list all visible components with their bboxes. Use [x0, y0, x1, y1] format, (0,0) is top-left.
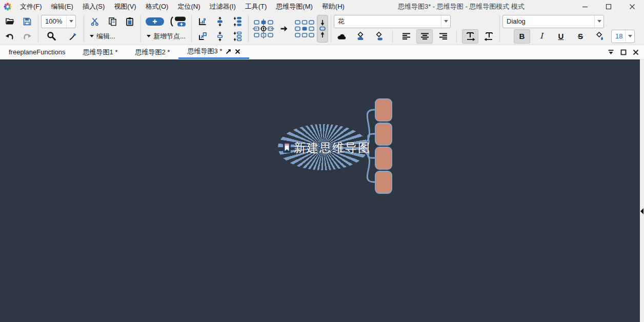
- close-tab-icon[interactable]: [235, 49, 240, 54]
- italic-button[interactable]: I: [533, 29, 550, 44]
- menu-mindmap[interactable]: 思维导图(M): [271, 1, 317, 13]
- align-center-icon: [420, 32, 429, 41]
- menu-edit[interactable]: 编辑(E): [47, 1, 78, 13]
- cloud-icon: [337, 33, 347, 40]
- text-direction-rtl-button[interactable]: [480, 29, 497, 44]
- transform-arrow-icon: [276, 22, 292, 36]
- shrink-node-space-button[interactable]: [212, 29, 228, 44]
- menu-view[interactable]: 视图(V): [109, 1, 140, 13]
- shrink-siblings-space-icon: [233, 31, 242, 42]
- child-node[interactable]: [375, 171, 392, 194]
- main-toolbar: 100%: [0, 13, 644, 45]
- edge-lines: [0, 59, 644, 322]
- save-map-button[interactable]: [19, 14, 35, 29]
- map-canvas[interactable]: 新建思维导图: [0, 59, 644, 322]
- chart-corner-icon: [198, 17, 207, 26]
- menu-insert[interactable]: 插入(S): [78, 1, 109, 13]
- grow-siblings-space-button[interactable]: [229, 14, 246, 29]
- underline-button[interactable]: U: [553, 29, 569, 44]
- edit-dropdown-button[interactable]: 编辑...: [87, 30, 118, 43]
- cloud-button[interactable]: [334, 29, 350, 44]
- tab-mindmap1[interactable]: 思维导图1 *: [74, 45, 127, 59]
- grow-siblings-space-icon: [233, 16, 242, 27]
- menu-tools[interactable]: 工具(T): [240, 1, 272, 13]
- freeplane-logo-icon: [3, 2, 12, 11]
- side-panel-toggle[interactable]: [640, 207, 644, 215]
- show-branches-button[interactable]: [194, 14, 211, 29]
- minimize-icon: [582, 4, 588, 10]
- window-minimize-button[interactable]: [573, 0, 597, 13]
- shrink-siblings-space-button[interactable]: [229, 29, 246, 44]
- open-map-button[interactable]: [2, 14, 18, 29]
- undo-button[interactable]: [2, 29, 18, 44]
- redo-button[interactable]: [19, 29, 35, 44]
- folder-open-icon: [5, 17, 15, 26]
- chevron-down-icon: [441, 15, 450, 28]
- search-button[interactable]: [43, 29, 59, 44]
- frame-maximize-button[interactable]: [620, 49, 627, 57]
- window-title: 思维导图3* - 思维导图 - 思维导图模式 模式: [349, 2, 573, 11]
- grow-node-space-button[interactable]: [212, 14, 228, 29]
- strikethrough-button[interactable]: S: [572, 29, 589, 44]
- child-node[interactable]: [375, 123, 392, 146]
- menu-format[interactable]: 格式(O): [141, 1, 173, 13]
- align-left-icon: [402, 32, 411, 41]
- copy-button[interactable]: [104, 14, 120, 29]
- chevron-down-icon: [66, 15, 75, 28]
- zoom-combobox[interactable]: 100%: [41, 15, 76, 28]
- frame-close-button[interactable]: [633, 49, 639, 57]
- italic-icon: I: [540, 32, 543, 40]
- child-node[interactable]: [375, 147, 392, 170]
- detach-tab-icon[interactable]: [226, 49, 231, 54]
- menu-bar: 文件(F) 编辑(E) 插入(S) 视图(V) 格式(O) 定位(N) 过滤器(…: [0, 0, 644, 13]
- align-center-button[interactable]: [416, 29, 433, 44]
- add-child-node-button[interactable]: [144, 14, 166, 29]
- toolbar-separator: [331, 15, 331, 42]
- window-close-button[interactable]: [620, 0, 644, 13]
- window-maximize-button[interactable]: [597, 0, 620, 13]
- save-icon: [23, 17, 32, 26]
- menu-filter[interactable]: 过滤器(I): [205, 1, 240, 13]
- chevron-down-icon: [625, 30, 634, 43]
- frame-iconify-button[interactable]: [608, 49, 614, 57]
- child-node[interactable]: [375, 98, 392, 122]
- format-painter-button[interactable]: [65, 29, 81, 44]
- bold-button[interactable]: B: [514, 29, 530, 44]
- tab-mindmap2[interactable]: 思维导图2 *: [126, 45, 178, 59]
- font-size-combobox[interactable]: 18: [611, 30, 635, 43]
- menu-help[interactable]: 帮助(H): [317, 1, 349, 13]
- menu-file[interactable]: 文件(F): [15, 1, 47, 13]
- bold-icon: B: [519, 32, 525, 40]
- add-node-dropdown-label: 新增节点...: [153, 32, 186, 41]
- copy-icon: [108, 17, 117, 26]
- font-combobox[interactable]: Dialog: [502, 15, 604, 28]
- scissors-icon: [90, 17, 99, 26]
- fit-view-button[interactable]: [194, 29, 211, 44]
- arrange-center-button[interactable]: [292, 16, 317, 42]
- align-right-button[interactable]: [435, 29, 451, 44]
- redo-icon: [23, 32, 32, 41]
- compact-layout-toggle[interactable]: [317, 15, 328, 43]
- node-background-color-button[interactable]: [371, 29, 387, 44]
- undo-icon: [5, 32, 14, 41]
- cloud-color-button[interactable]: [352, 29, 369, 44]
- cloud-color-icon: [356, 32, 365, 41]
- toolbar-separator: [140, 15, 141, 42]
- add-sibling-node-button[interactable]: [167, 14, 189, 29]
- text-direction-ltr-button[interactable]: [462, 29, 478, 44]
- tab-freeplanefunctions[interactable]: freeplaneFunctions: [0, 45, 74, 59]
- cut-button[interactable]: [87, 14, 103, 29]
- paste-button[interactable]: [122, 14, 138, 29]
- align-left-button[interactable]: [398, 29, 414, 44]
- root-node[interactable]: 新建思维导图: [283, 139, 371, 156]
- font-color-button[interactable]: [592, 29, 608, 44]
- tab-mindmap3[interactable]: 思维导图3 *: [178, 45, 249, 59]
- add-node-dropdown-button[interactable]: 新增节点...: [144, 30, 189, 43]
- align-right-icon: [439, 32, 448, 41]
- menu-navigate[interactable]: 定位(N): [173, 1, 205, 13]
- style-combobox[interactable]: 花: [334, 15, 451, 28]
- toolbar-separator: [392, 30, 393, 43]
- arrange-origin-button[interactable]: [251, 16, 276, 42]
- search-icon: [47, 31, 56, 41]
- tab-label: 思维导图1 *: [83, 48, 118, 57]
